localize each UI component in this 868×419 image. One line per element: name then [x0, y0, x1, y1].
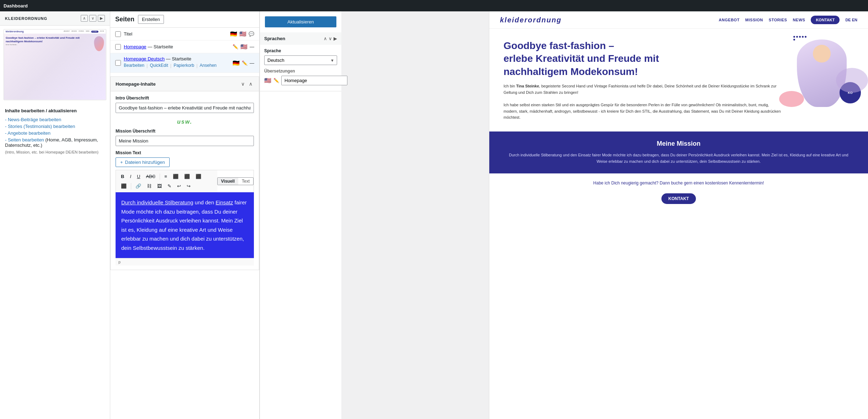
sidebar-links: - News-Beiträge bearbeiten - Stories (Te… — [5, 117, 105, 155]
editor-paragraph: Durch individuelle Stilberatung und den … — [121, 198, 248, 252]
toolbar-italic[interactable]: I — [128, 172, 133, 181]
toolbar-sep-1 — [160, 173, 160, 180]
translation-input[interactable] — [281, 76, 347, 85]
preview-area: kleiderordnung ANGEBOT MISSION STORIES N… — [489, 11, 868, 419]
toolbar-align-right[interactable]: ⬛ — [193, 172, 203, 181]
site-preview-inner: kleiderordnung ANGEBOTMISSIONSTORIESNEWS… — [4, 29, 106, 100]
toolbar-eraser[interactable]: ✎ — [165, 182, 174, 190]
language-label: Sprache — [264, 48, 337, 53]
intro-field-group: Intro Überschrift — [111, 91, 259, 117]
editor-content[interactable]: Durch individuelle Stilberatung und den … — [116, 192, 254, 258]
homepage-subtitle: — Startseite — [148, 44, 173, 49]
language-select[interactable]: Deutsch English — [264, 55, 337, 65]
nav-kontakt-btn[interactable]: KONTAKT — [811, 16, 840, 24]
dot — [796, 36, 798, 38]
edit-actions: Bearbeiten | QuickEdit | Papierkorb | An… — [124, 61, 230, 70]
main-layout: KLEIDERORDNUNG ∧ ∨ ▶ kleiderordnung ANGE… — [0, 11, 868, 419]
update-langs-panel: Aktualisieren Sprachen ∧ ∨ ▶ Sprache — [260, 11, 341, 419]
website-nav-links: ANGEBOT MISSION STORIES NEWS KONTAKT DE … — [719, 16, 857, 24]
list-item: - News-Beiträge bearbeiten — [5, 117, 105, 122]
dash-icon-2: — — [250, 60, 254, 66]
homepage-deutsch-row[interactable]: Homepage Deutsch — Startseite Bearbeiten… — [110, 53, 259, 73]
toolbar-redo[interactable]: ↪ — [185, 182, 193, 190]
text-view-btn[interactable]: Text — [238, 178, 253, 185]
trans-edit-icon[interactable]: ✏️ — [273, 78, 279, 83]
footer-cta-section: Habe ich Dich neugierig gemacht? Dann bu… — [489, 173, 868, 211]
news-link[interactable]: - News-Beiträge bearbeiten — [5, 117, 61, 122]
toolbar-unlink[interactable]: ⛓ — [145, 182, 154, 190]
editor-tag: p — [118, 260, 121, 264]
section-expand-btn[interactable]: ∧ — [247, 80, 254, 87]
seiten-link[interactable]: - Seiten bearbeiten — [5, 137, 44, 143]
langs-expand-btn[interactable]: ∨ — [329, 36, 332, 41]
sidebar-collapse-btn[interactable]: ∧ — [81, 15, 88, 22]
nav-angebot[interactable]: ANGEBOT — [719, 18, 740, 22]
hero-text: Goodbye fast-fashion –erlebe Kreativität… — [504, 39, 783, 121]
toolbar-bold[interactable]: B — [119, 172, 126, 181]
editor-toolbar: B I U ABC ≡ ⬛ ⬛ ⬛ ⬛ 🔗 ⛓ — [116, 170, 217, 192]
sidebar-close-btn[interactable]: ▶ — [98, 15, 105, 22]
section-collapse-btn[interactable]: ∨ — [240, 80, 246, 87]
toolbar-undo[interactable]: ↩ — [175, 182, 183, 190]
hero-heading: Goodbye fast-fashion –erlebe Kreativität… — [504, 39, 783, 78]
toolbar-ul[interactable]: ≡ — [162, 172, 169, 181]
sidebar-content-title: Inhalte bearbeiten / aktualisieren — [5, 108, 105, 113]
toolbar-align-left[interactable]: ⬛ — [171, 172, 181, 181]
mission-heading-label: Mission Überschrift — [116, 129, 254, 134]
website-logo: kleiderordnung — [500, 16, 562, 24]
hero-image-area: KO — [790, 39, 854, 107]
sidebar-content-section: Inhalte bearbeiten / aktualisieren - New… — [0, 104, 110, 160]
section-title: Homepage-Inhalte — [116, 81, 156, 87]
dot — [799, 36, 801, 38]
mission-title: Meine Mission — [504, 140, 854, 147]
homepage-deutsch-link[interactable]: Homepage Deutsch — [124, 56, 165, 61]
toolbar-link[interactable]: 🔗 — [133, 182, 143, 190]
section-controls: ∨ ∧ — [240, 80, 254, 87]
bearbeiten-link[interactable]: Bearbeiten — [124, 63, 144, 68]
add-files-button[interactable]: + Dateien hinzufügen — [116, 157, 170, 167]
sidebar-controls: ∧ ∨ ▶ — [81, 15, 105, 22]
nav-mission[interactable]: MISSION — [745, 18, 763, 22]
sidebar-expand-btn[interactable]: ∨ — [89, 15, 96, 22]
pages-create-button[interactable]: Erstellen — [138, 15, 164, 24]
pages-select-all-checkbox[interactable] — [115, 31, 121, 37]
homepage-deutsch-checkbox[interactable] — [115, 60, 121, 66]
ansehen-link[interactable]: Ansehen — [200, 63, 217, 68]
update-button[interactable]: Aktualisieren — [265, 16, 336, 27]
homepage-checkbox[interactable] — [115, 44, 121, 50]
mission-text-field-group: Mission Text + Dateien hinzufügen B I U … — [111, 150, 259, 270]
flag-de-3: 🇩🇪 — [233, 60, 240, 66]
quickedit-link[interactable]: QuickEdit — [150, 63, 168, 68]
stories-link[interactable]: - Stories (Testimonials) bearbeiten — [5, 124, 75, 129]
sidebar: KLEIDERORDNUNG ∧ ∨ ▶ kleiderordnung ANGE… — [0, 11, 110, 419]
homepage-row[interactable]: Homepage — Startseite ✏️ 🇺🇸 — — [110, 41, 259, 53]
language-select-wrap: Deutsch English ▼ — [264, 55, 337, 65]
section-header[interactable]: Homepage-Inhalte ∨ ∧ — [111, 77, 259, 91]
homepage-link[interactable]: Homepage — [124, 44, 147, 49]
toolbar-align-center[interactable]: ⬛ — [182, 172, 192, 181]
flag-us-trans: 🇺🇸 — [264, 77, 271, 84]
intro-input[interactable] — [116, 103, 254, 113]
toolbar-underline[interactable]: U — [135, 172, 142, 181]
langs-collapse-btn[interactable]: ∧ — [324, 36, 327, 41]
footer-contact-btn[interactable]: KONTAKT — [661, 193, 696, 204]
update-section: Aktualisieren — [260, 11, 341, 32]
visual-view-btn[interactable]: Visuell — [218, 178, 238, 185]
nav-stories[interactable]: STORIES — [769, 18, 787, 22]
toolbar-strikethrough[interactable]: ABC — [144, 172, 158, 181]
mission-heading-input[interactable] — [116, 136, 254, 146]
homepage-deutsch-subtitle: — Startseite — [166, 56, 192, 61]
toolbar-image[interactable]: 🖼 — [155, 182, 164, 190]
toolbar-align-justify[interactable]: ⬛ — [119, 182, 129, 190]
admin-bar-title: Dashboard — [4, 3, 28, 9]
translations-label: Übersetzungen — [264, 69, 337, 74]
edit-icon-2: ✏️ — [242, 60, 247, 66]
angebote-link[interactable]: - Angebote bearbeiten — [5, 130, 50, 136]
papierkorb-link[interactable]: Papierkorb — [174, 63, 194, 68]
languages-section: Sprachen ∧ ∨ ▶ Sprache Deutsch English — [260, 32, 341, 91]
flag-us: 🇺🇸 — [239, 31, 246, 37]
nav-news[interactable]: NEWS — [793, 18, 805, 22]
langs-section-header[interactable]: Sprachen ∧ ∨ ▶ — [260, 32, 341, 45]
website-mission: Meine Mission Durch individuelle Stilber… — [489, 131, 868, 173]
langs-close-btn[interactable]: ▶ — [334, 36, 337, 41]
